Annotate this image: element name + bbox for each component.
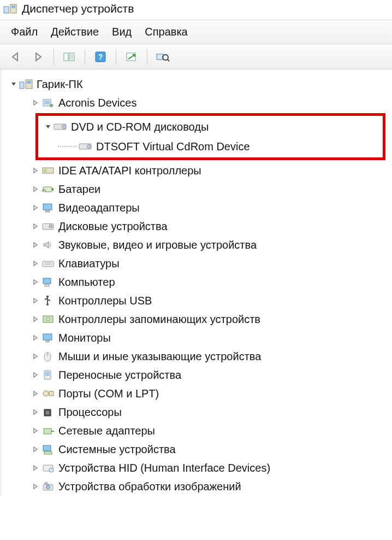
- tree-item[interactable]: Звуковые, видео и игровые устройства: [6, 236, 391, 254]
- menu-view[interactable]: Вид: [112, 26, 132, 38]
- svg-rect-27: [44, 169, 47, 172]
- tree-item[interactable]: Устройства HID (Human Interface Devices): [6, 459, 391, 477]
- tree-item-label: Звуковые, видео и игровые устройства: [58, 239, 257, 251]
- svg-point-42: [46, 318, 50, 321]
- svg-rect-52: [46, 411, 49, 414]
- tree-item-label: Системные устройства: [58, 443, 176, 456]
- svg-rect-31: [45, 210, 50, 212]
- svg-rect-0: [4, 7, 9, 13]
- menu-help[interactable]: Справка: [145, 26, 187, 38]
- svg-rect-34: [43, 261, 54, 267]
- tree-item[interactable]: IDE ATA/ATAPI контроллеры: [6, 161, 391, 180]
- cpu-icon: [41, 406, 55, 418]
- tree-item[interactable]: Батареи: [6, 180, 391, 198]
- tree-item[interactable]: Видеоадаптеры: [6, 198, 391, 217]
- mouse-icon: [41, 350, 55, 362]
- svg-rect-16: [27, 81, 31, 84]
- menu-file[interactable]: Файл: [11, 26, 38, 38]
- battery-icon: [41, 183, 55, 195]
- tree-root[interactable]: Гарик-ПК: [6, 75, 391, 93]
- back-button[interactable]: [8, 48, 25, 66]
- tree-item-label: Клавиатуры: [58, 257, 120, 270]
- expander-closed-icon[interactable]: [31, 352, 40, 361]
- toolbar-separator: [54, 49, 54, 64]
- tree-item[interactable]: Контроллеры запоминающих устройств: [6, 310, 391, 328]
- expander-open-icon[interactable]: [44, 122, 52, 131]
- cdrom-icon: [79, 140, 93, 152]
- svg-rect-37: [43, 278, 51, 284]
- tree-item-label: Процессоры: [58, 406, 122, 419]
- svg-rect-60: [45, 483, 47, 484]
- svg-rect-43: [43, 334, 52, 340]
- scan-hardware-button[interactable]: [154, 48, 171, 66]
- expander-closed-icon[interactable]: [31, 463, 40, 472]
- forward-button[interactable]: [29, 48, 47, 66]
- expander-closed-icon[interactable]: [31, 203, 40, 212]
- svg-point-33: [49, 225, 52, 228]
- expander-closed-icon[interactable]: [31, 482, 40, 491]
- app-icon: [3, 3, 17, 14]
- expander-open-icon[interactable]: [9, 80, 18, 89]
- storage-icon: [41, 313, 55, 325]
- titlebar: Диспетчер устройств: [0, 0, 392, 20]
- svg-rect-50: [49, 391, 54, 396]
- tree-item-label: DVD и CD-ROM дисководы: [71, 121, 209, 133]
- usb-icon: [41, 295, 55, 307]
- tree-item[interactable]: Клавиатуры: [6, 254, 391, 273]
- computer-icon: [19, 78, 33, 90]
- device-icon: [41, 97, 55, 109]
- properties-button[interactable]: [123, 48, 140, 66]
- svg-point-49: [43, 391, 49, 396]
- svg-rect-3: [64, 53, 68, 61]
- tree-connector: [58, 146, 76, 147]
- expander-closed-icon[interactable]: [31, 259, 40, 268]
- portable-icon: [41, 369, 55, 381]
- show-hide-tree-button[interactable]: [61, 48, 78, 66]
- expander-closed-icon[interactable]: [31, 278, 40, 286]
- tree-item-label: IDE ATA/ATAPI контроллеры: [58, 165, 201, 177]
- tree-item[interactable]: Процессоры: [6, 403, 391, 421]
- help-button[interactable]: ?: [92, 48, 109, 66]
- expander-closed-icon[interactable]: [31, 240, 40, 249]
- expander-closed-icon[interactable]: [31, 296, 40, 305]
- tree-item-label: Мыши и иные указывающие устройства: [58, 350, 261, 363]
- tree-item[interactable]: Контроллеры USB: [6, 291, 391, 310]
- tree-item-label: DTSOFT Virtual CdRom Device: [96, 140, 250, 153]
- menu-action[interactable]: Действие: [51, 26, 99, 38]
- expander-closed-icon[interactable]: [31, 371, 40, 379]
- expander-closed-icon[interactable]: [31, 426, 40, 435]
- expander-closed-icon[interactable]: [31, 222, 40, 231]
- toolbar-separator: [147, 49, 147, 64]
- tree-item[interactable]: Мыши и иные указывающие устройства: [6, 347, 391, 366]
- expander-closed-icon[interactable]: [31, 408, 40, 416]
- tree-item[interactable]: Системные устройства: [6, 440, 391, 459]
- expander-closed-icon[interactable]: [31, 166, 40, 175]
- tree-item[interactable]: Мониторы: [6, 328, 391, 347]
- expander-closed-icon[interactable]: [31, 98, 40, 107]
- expander-closed-icon[interactable]: [31, 315, 40, 324]
- tree-item[interactable]: Дисковые устройства: [6, 217, 391, 236]
- tree-item[interactable]: Переносные устройства: [6, 366, 391, 384]
- expander-closed-icon[interactable]: [31, 185, 40, 193]
- tree-item[interactable]: Порты (COM и LPT): [6, 384, 391, 403]
- tree-item-acronis[interactable]: Acronis Devices: [6, 93, 391, 112]
- svg-rect-54: [43, 445, 51, 451]
- expander-closed-icon[interactable]: [31, 389, 40, 398]
- tree-item-dvd-cdrom[interactable]: DVD и CD-ROM дисководы: [38, 117, 383, 137]
- computer-icon: [41, 276, 55, 288]
- tree-item[interactable]: Сетевые адаптеры: [6, 421, 391, 440]
- tree-item-label: Контроллеры запоминающих устройств: [58, 313, 260, 326]
- tree-item[interactable]: Устройства обработки изображений: [6, 477, 391, 496]
- ide-icon: [41, 165, 55, 177]
- svg-rect-53: [44, 429, 51, 434]
- toolbar-separator: [85, 49, 85, 64]
- tree-root-label: Гарик-ПК: [37, 78, 83, 91]
- tree-item-dtsoft-virtual[interactable]: DTSOFT Virtual CdRom Device: [38, 137, 383, 156]
- tree-item-label: Acronis Devices: [58, 97, 136, 109]
- svg-rect-30: [43, 204, 52, 210]
- tree-item-label: Компьютер: [58, 276, 115, 289]
- expander-closed-icon[interactable]: [31, 333, 40, 342]
- tree-item[interactable]: Компьютер: [6, 273, 391, 291]
- expander-closed-icon[interactable]: [31, 445, 40, 454]
- svg-point-25: [88, 146, 90, 147]
